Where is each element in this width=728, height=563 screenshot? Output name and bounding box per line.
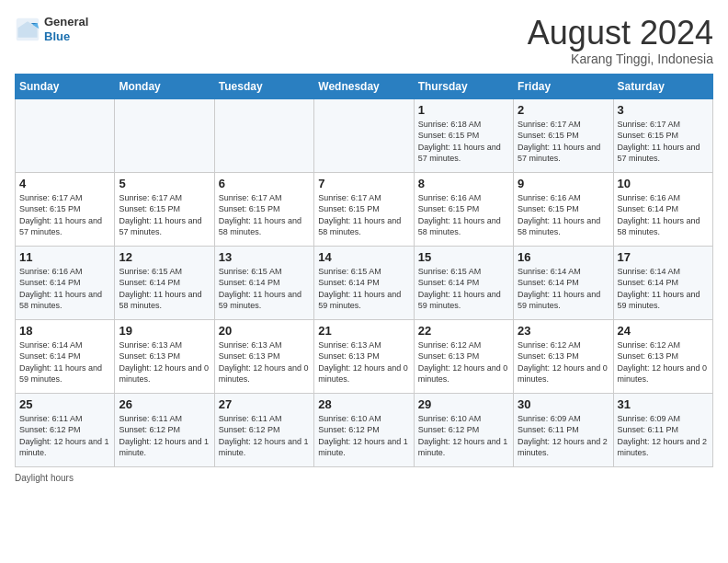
calendar-cell: 4Sunrise: 6:17 AMSunset: 6:15 PMDaylight… xyxy=(16,172,115,246)
day-info: Sunrise: 6:12 AMSunset: 6:13 PMDaylight:… xyxy=(418,339,509,385)
day-info: Sunrise: 6:16 AMSunset: 6:14 PMDaylight:… xyxy=(19,266,110,312)
day-info: Sunrise: 6:14 AMSunset: 6:14 PMDaylight:… xyxy=(618,266,709,312)
day-info: Sunrise: 6:13 AMSunset: 6:13 PMDaylight:… xyxy=(119,339,210,385)
calendar-cell: 23Sunrise: 6:12 AMSunset: 6:13 PMDayligh… xyxy=(514,319,613,393)
col-header-tuesday: Tuesday xyxy=(214,74,313,98)
calendar-cell xyxy=(115,98,214,172)
calendar-cell: 5Sunrise: 6:17 AMSunset: 6:15 PMDaylight… xyxy=(115,172,214,246)
day-number: 14 xyxy=(318,250,409,264)
day-number: 6 xyxy=(219,177,310,190)
calendar-table: SundayMondayTuesdayWednesdayThursdayFrid… xyxy=(15,74,713,467)
day-number: 20 xyxy=(219,324,310,338)
calendar-cell: 25Sunrise: 6:11 AMSunset: 6:12 PMDayligh… xyxy=(16,393,115,466)
day-number: 19 xyxy=(119,324,210,338)
day-info: Sunrise: 6:15 AMSunset: 6:14 PMDaylight:… xyxy=(119,266,210,312)
day-info: Sunrise: 6:18 AMSunset: 6:15 PMDaylight:… xyxy=(418,119,509,165)
day-number: 23 xyxy=(518,324,609,338)
day-info: Sunrise: 6:17 AMSunset: 6:15 PMDaylight:… xyxy=(618,119,709,165)
day-number: 13 xyxy=(219,250,310,264)
page-header: General Blue August 2024 Karang Tinggi, … xyxy=(15,15,713,66)
calendar-cell xyxy=(214,98,313,172)
day-info: Sunrise: 6:09 AMSunset: 6:11 PMDaylight:… xyxy=(618,413,709,459)
day-info: Sunrise: 6:17 AMSunset: 6:15 PMDaylight:… xyxy=(219,192,310,238)
col-header-saturday: Saturday xyxy=(613,74,712,98)
calendar-cell: 19Sunrise: 6:13 AMSunset: 6:13 PMDayligh… xyxy=(115,319,214,393)
day-number: 10 xyxy=(618,177,709,190)
day-number: 25 xyxy=(19,397,110,411)
calendar-cell: 24Sunrise: 6:12 AMSunset: 6:13 PMDayligh… xyxy=(613,319,712,393)
col-header-thursday: Thursday xyxy=(414,74,513,98)
calendar-cell: 29Sunrise: 6:10 AMSunset: 6:12 PMDayligh… xyxy=(414,393,513,466)
day-number: 12 xyxy=(119,250,210,264)
calendar-cell: 28Sunrise: 6:10 AMSunset: 6:12 PMDayligh… xyxy=(314,393,414,466)
day-info: Sunrise: 6:10 AMSunset: 6:12 PMDaylight:… xyxy=(418,413,509,459)
day-number: 17 xyxy=(618,250,709,264)
day-info: Sunrise: 6:12 AMSunset: 6:13 PMDaylight:… xyxy=(518,339,609,385)
logo-icon xyxy=(15,17,40,42)
day-number: 1 xyxy=(418,103,509,117)
calendar-cell: 20Sunrise: 6:13 AMSunset: 6:13 PMDayligh… xyxy=(214,319,313,393)
day-number: 8 xyxy=(418,177,509,190)
calendar-cell: 14Sunrise: 6:15 AMSunset: 6:14 PMDayligh… xyxy=(314,246,414,319)
day-info: Sunrise: 6:16 AMSunset: 6:14 PMDaylight:… xyxy=(618,192,709,238)
calendar-cell: 27Sunrise: 6:11 AMSunset: 6:12 PMDayligh… xyxy=(214,393,313,466)
calendar-cell: 31Sunrise: 6:09 AMSunset: 6:11 PMDayligh… xyxy=(613,393,712,466)
title-block: August 2024 Karang Tinggi, Indonesia xyxy=(528,15,713,66)
calendar-cell: 30Sunrise: 6:09 AMSunset: 6:11 PMDayligh… xyxy=(514,393,613,466)
day-number: 9 xyxy=(518,177,609,190)
day-number: 4 xyxy=(19,177,110,190)
day-info: Sunrise: 6:12 AMSunset: 6:13 PMDaylight:… xyxy=(618,339,709,385)
calendar-cell: 3Sunrise: 6:17 AMSunset: 6:15 PMDaylight… xyxy=(613,98,712,172)
day-info: Sunrise: 6:17 AMSunset: 6:15 PMDaylight:… xyxy=(518,119,609,165)
calendar-cell: 16Sunrise: 6:14 AMSunset: 6:14 PMDayligh… xyxy=(514,246,613,319)
calendar-cell xyxy=(314,98,414,172)
col-header-wednesday: Wednesday xyxy=(314,74,414,98)
calendar-cell: 26Sunrise: 6:11 AMSunset: 6:12 PMDayligh… xyxy=(115,393,214,466)
day-number: 16 xyxy=(518,250,609,264)
day-number: 28 xyxy=(318,397,409,411)
calendar-cell: 9Sunrise: 6:16 AMSunset: 6:15 PMDaylight… xyxy=(514,172,613,246)
day-number: 29 xyxy=(418,397,509,411)
day-info: Sunrise: 6:11 AMSunset: 6:12 PMDaylight:… xyxy=(19,413,110,459)
calendar-cell: 22Sunrise: 6:12 AMSunset: 6:13 PMDayligh… xyxy=(414,319,513,393)
day-number: 27 xyxy=(219,397,310,411)
calendar-cell: 15Sunrise: 6:15 AMSunset: 6:14 PMDayligh… xyxy=(414,246,513,319)
day-info: Sunrise: 6:16 AMSunset: 6:15 PMDaylight:… xyxy=(518,192,609,238)
calendar-cell: 7Sunrise: 6:17 AMSunset: 6:15 PMDaylight… xyxy=(314,172,414,246)
day-info: Sunrise: 6:09 AMSunset: 6:11 PMDaylight:… xyxy=(518,413,609,459)
day-number: 22 xyxy=(418,324,509,338)
day-number: 30 xyxy=(518,397,609,411)
calendar-cell: 2Sunrise: 6:17 AMSunset: 6:15 PMDaylight… xyxy=(514,98,613,172)
day-info: Sunrise: 6:15 AMSunset: 6:14 PMDaylight:… xyxy=(318,266,409,312)
footer-note: Daylight hours xyxy=(15,473,713,483)
logo: General Blue xyxy=(15,15,88,43)
calendar-cell: 11Sunrise: 6:16 AMSunset: 6:14 PMDayligh… xyxy=(16,246,115,319)
day-info: Sunrise: 6:17 AMSunset: 6:15 PMDaylight:… xyxy=(318,192,409,238)
day-info: Sunrise: 6:14 AMSunset: 6:14 PMDaylight:… xyxy=(19,339,110,385)
day-info: Sunrise: 6:15 AMSunset: 6:14 PMDaylight:… xyxy=(418,266,509,312)
calendar-cell: 18Sunrise: 6:14 AMSunset: 6:14 PMDayligh… xyxy=(16,319,115,393)
col-header-sunday: Sunday xyxy=(16,74,115,98)
calendar-cell: 8Sunrise: 6:16 AMSunset: 6:15 PMDaylight… xyxy=(414,172,513,246)
day-number: 5 xyxy=(119,177,210,190)
month-title: August 2024 xyxy=(528,15,713,52)
day-number: 21 xyxy=(318,324,409,338)
day-number: 11 xyxy=(19,250,110,264)
day-number: 26 xyxy=(119,397,210,411)
col-header-monday: Monday xyxy=(115,74,214,98)
day-info: Sunrise: 6:14 AMSunset: 6:14 PMDaylight:… xyxy=(518,266,609,312)
day-info: Sunrise: 6:11 AMSunset: 6:12 PMDaylight:… xyxy=(119,413,210,459)
calendar-cell: 17Sunrise: 6:14 AMSunset: 6:14 PMDayligh… xyxy=(613,246,712,319)
day-info: Sunrise: 6:11 AMSunset: 6:12 PMDaylight:… xyxy=(219,413,310,459)
day-info: Sunrise: 6:16 AMSunset: 6:15 PMDaylight:… xyxy=(418,192,509,238)
day-number: 3 xyxy=(618,103,709,117)
day-number: 24 xyxy=(618,324,709,338)
calendar-cell: 13Sunrise: 6:15 AMSunset: 6:14 PMDayligh… xyxy=(214,246,313,319)
day-info: Sunrise: 6:17 AMSunset: 6:15 PMDaylight:… xyxy=(19,192,110,238)
day-number: 31 xyxy=(618,397,709,411)
calendar-cell: 10Sunrise: 6:16 AMSunset: 6:14 PMDayligh… xyxy=(613,172,712,246)
calendar-cell: 1Sunrise: 6:18 AMSunset: 6:15 PMDaylight… xyxy=(414,98,513,172)
location: Karang Tinggi, Indonesia xyxy=(528,52,713,66)
day-number: 15 xyxy=(418,250,509,264)
calendar-cell: 12Sunrise: 6:15 AMSunset: 6:14 PMDayligh… xyxy=(115,246,214,319)
